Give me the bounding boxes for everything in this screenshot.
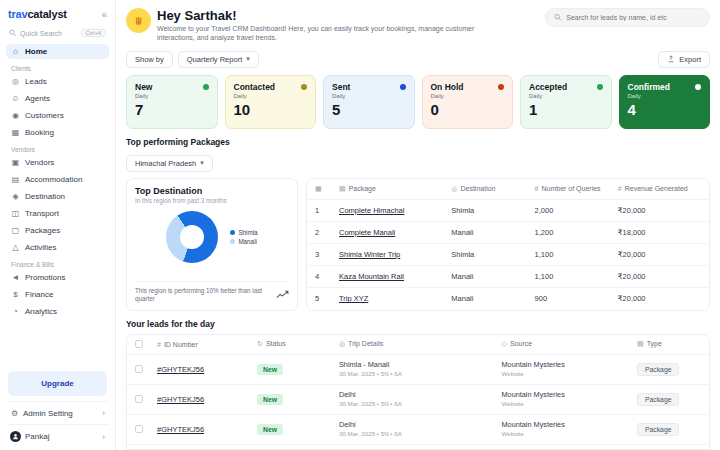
stat-label: New [135,82,152,92]
stat-label: Accepted [529,82,567,92]
stat-card-accepted[interactable]: Accepted Daily 1 [520,75,612,129]
sidebar-item-packages[interactable]: ▢ Packages [6,223,109,238]
row-checkbox[interactable] [135,395,143,403]
booking-icon: ▦ [11,128,20,137]
sidebar-item-promotions[interactable]: ◄ Promotions [6,270,109,285]
sidebar-collapse-icon[interactable]: « [101,9,107,20]
page-subtitle: Welcome to your Travel CRM Dashboard! He… [157,24,492,43]
report-filter-dropdown[interactable]: Quarterly Report ▾ [178,51,259,68]
sidebar: travcatalyst « Quick Search Ctrl+K ⌂ Hom… [0,0,116,450]
package-link[interactable]: Complete Himachal [339,206,451,215]
type-cell: Package [637,393,701,406]
stat-card-sent[interactable]: Sent Daily 5 [323,75,415,129]
sidebar-item-label: Destination [25,192,65,201]
sidebar-item-label: Home [25,47,47,56]
package-link[interactable]: Kaza Mountain Rail [339,272,451,281]
sidebar-item-home[interactable]: ⌂ Home [6,44,109,59]
status-cell: New [257,394,339,405]
source-cell: Mountain MysteriesWebsite [502,420,637,438]
type-cell: Package [637,423,701,436]
stat-value: 5 [332,101,406,118]
status-dot [301,84,307,90]
section-label-finance: Finance & Bills [6,256,109,269]
toolbar: Show by Quarterly Report ▾ Export [126,51,710,68]
top-destination-subtitle: In this region from past 3 months [135,197,230,205]
stat-card-confirmed[interactable]: Confirmed Daily 4 [619,75,711,129]
stat-card-new[interactable]: New Daily 7 [126,75,218,129]
sidebar-item-leads[interactable]: ◎ Leads [6,74,109,89]
row-checkbox[interactable] [135,425,143,433]
sidebar-item-vendors[interactable]: ▣ Vendors [6,155,109,170]
sidebar-item-agents[interactable]: ☺ Agents [6,91,109,106]
person-icon [12,433,19,440]
legend-item-shimla: Shimla [230,229,257,236]
hash-icon: # [157,341,161,348]
sidebar-item-label: Transport [25,209,59,218]
export-button[interactable]: Export [658,51,710,68]
package-link[interactable]: Shimla Winter Trip [339,250,451,259]
sidebar-item-finance[interactable]: $ Finance [6,287,109,302]
lead-id-link[interactable]: #GHYTEKJ56 [157,395,257,404]
status-dot [597,84,603,90]
app-root: travcatalyst « Quick Search Ctrl+K ⌂ Hom… [0,0,720,450]
source-col-icon: ◇ [502,340,507,347]
lead-id-link[interactable]: #GHYTEKJ56 [157,365,257,374]
activities-icon: △ [11,243,20,252]
destination-note: This region is performing 10% better tha… [135,281,289,303]
stat-value: 10 [234,101,308,118]
search-input[interactable] [566,14,701,21]
upgrade-button[interactable]: Upgrade [8,371,107,396]
cell-queries: 900 [535,294,618,303]
col-trip: ◎Trip Details [339,340,502,348]
admin-setting-row[interactable]: ⚙ Admin Setting › [6,401,109,424]
stats-row: New Daily 7 Contacted Daily 10 Sent Dail… [126,75,710,129]
stat-value: 4 [628,101,702,118]
sidebar-item-destination[interactable]: ◈ Destination [6,189,109,204]
row-checkbox[interactable] [135,365,143,373]
profile-row[interactable]: Pankaj › [6,424,109,448]
report-filter-label: Quarterly Report [187,55,242,64]
sidebar-item-transport[interactable]: ◫ Transport [6,206,109,221]
page-title: Hey Sarthak! [157,8,492,23]
search-icon [9,29,17,37]
logo-row: travcatalyst « [6,6,109,26]
lead-id-link[interactable]: #GHYTEKJ56 [157,425,257,434]
finance-icon: $ [11,290,20,299]
region-filter-dropdown[interactable]: Himachal Pradesh ▾ [126,155,213,172]
stat-card-on-hold[interactable]: On Hold Daily 0 [422,75,514,129]
select-all-checkbox[interactable] [135,340,143,348]
sidebar-item-analytics[interactable]: ◔ Analytics [6,304,109,319]
source-cell: Mountain MysteriesWebsite [502,360,637,378]
sidebar-item-booking[interactable]: ▦ Booking [6,125,109,140]
stat-period: Daily [332,93,406,99]
logo-part-catalyst: catalyst [27,8,66,20]
sidebar-item-activities[interactable]: △ Activities [6,240,109,255]
logo-part-trav: trav [8,8,27,20]
stat-card-contacted[interactable]: Contacted Daily 10 [225,75,317,129]
row-index: 4 [315,272,339,281]
accommodation-icon: ▤ [11,175,20,184]
legend-label: Manali [238,238,257,245]
analytics-icon: ◔ [11,307,20,316]
leads-section-title: Your leads for the day [126,319,710,329]
cell-queries: 2,000 [535,206,618,215]
package-link[interactable]: Complete Manali [339,228,451,237]
package-link[interactable]: Trip XYZ [339,294,451,303]
sidebar-item-customers[interactable]: ◉ Customers [6,108,109,123]
sidebar-item-accommodation[interactable]: ▤ Accommodation [6,172,109,187]
stat-period: Daily [628,93,702,99]
status-dot [695,84,701,90]
top-destination-donut [166,211,218,263]
leads-table-header: #ID Number ↻Status ◎Trip Details ◇Source… [127,335,709,355]
trend-line-icon [276,290,289,299]
legend-item-manali: Manali [230,238,257,245]
status-dot [498,84,504,90]
table-row: #GHYTEKJ56 New Delhi30 Mar, 2025 • 5N • … [127,385,709,415]
quick-search[interactable]: Quick Search Ctrl+K [6,26,109,40]
legend-dot [230,239,235,244]
cell-destination: Manali [451,294,534,303]
show-by-button[interactable]: Show by [126,51,173,68]
source-cell: Mountain MysteriesWebsite [502,390,637,408]
lead-search[interactable] [545,8,710,27]
packages-table: ▦ ▤Package ◎Destination #Number of Queri… [306,178,710,311]
